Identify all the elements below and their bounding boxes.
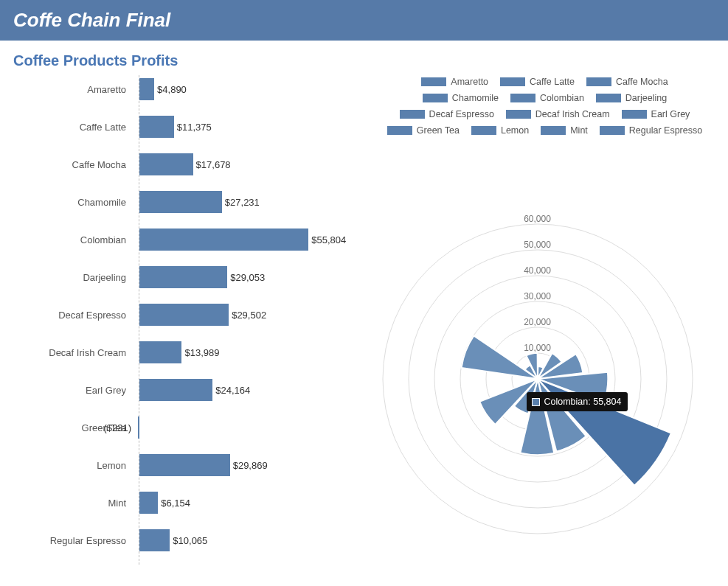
bar-rect[interactable] bbox=[139, 266, 227, 288]
legend-item[interactable]: Caffe Latte bbox=[500, 77, 575, 87]
polar-ring-label: 20,000 bbox=[524, 317, 551, 327]
bar-value-label: $24,164 bbox=[212, 385, 250, 396]
legend-swatch bbox=[586, 77, 611, 86]
polar-ring-label: 30,000 bbox=[524, 291, 551, 301]
bar-value-label: $6,154 bbox=[158, 498, 190, 509]
bar-value-label: $29,053 bbox=[227, 272, 265, 283]
legend-label: Green Tea bbox=[417, 125, 460, 136]
legend-swatch bbox=[423, 94, 448, 102]
legend-label: Decaf Espresso bbox=[429, 109, 494, 119]
legend-label: Amaretto bbox=[451, 77, 488, 87]
polar-ring-label: 60,000 bbox=[524, 214, 551, 224]
legend-swatch bbox=[506, 110, 531, 119]
polar-ring-label: 50,000 bbox=[524, 240, 551, 250]
bar-rect[interactable] bbox=[139, 78, 154, 100]
bar-value-label: $4,890 bbox=[154, 84, 187, 95]
bar-rect[interactable] bbox=[139, 379, 212, 401]
polar-ring-label: 10,000 bbox=[524, 343, 551, 353]
bar-rect[interactable] bbox=[138, 416, 139, 439]
legend-item[interactable]: Lemon bbox=[471, 125, 529, 136]
bar-row: Colombian$55,804 bbox=[139, 229, 346, 251]
legend-item[interactable]: Amaretto bbox=[421, 77, 488, 87]
bar-row: Caffe Mocha$17,678 bbox=[139, 153, 231, 175]
legend-item[interactable]: Green Tea bbox=[387, 125, 460, 136]
bar-value-label: $11,375 bbox=[174, 122, 212, 133]
bar-row: Mint$6,154 bbox=[139, 492, 190, 514]
bar-rect[interactable] bbox=[139, 529, 170, 551]
legend-swatch bbox=[510, 94, 535, 102]
legend-label: Mint bbox=[570, 125, 588, 136]
bar-value-label: ($231) bbox=[103, 422, 134, 433]
legend-item[interactable]: Darjeeling bbox=[596, 93, 667, 103]
legend-label: Regular Espresso bbox=[629, 125, 702, 136]
bar-row: Decaf Irish Cream$13,989 bbox=[139, 341, 219, 363]
bar-category-label: Regular Espresso bbox=[7, 535, 139, 546]
bar-category-label: Earl Grey bbox=[7, 385, 139, 396]
bar-category-label: Decaf Irish Cream bbox=[7, 347, 139, 358]
legend-item[interactable]: Regular Espresso bbox=[600, 125, 702, 136]
legend-item[interactable]: Chamomile bbox=[423, 93, 499, 103]
bar-value-label: $13,989 bbox=[181, 347, 219, 358]
page-title: Coffe Chain Final bbox=[13, 9, 170, 31]
legend-swatch bbox=[622, 110, 647, 119]
legend-swatch bbox=[541, 126, 566, 135]
bar-rect[interactable] bbox=[139, 304, 229, 326]
legend-swatch bbox=[596, 94, 621, 102]
legend-label: Caffe Mocha bbox=[616, 77, 668, 87]
tooltip-text: Colombian: 55,804 bbox=[544, 397, 622, 407]
bar-row: Chamomile$27,231 bbox=[139, 191, 260, 213]
legend-label: Darjeeling bbox=[625, 93, 667, 103]
bar-row: Earl Grey$24,164 bbox=[139, 379, 250, 401]
legend-swatch bbox=[421, 77, 446, 86]
bar-row: Amaretto$4,890 bbox=[139, 78, 187, 100]
bar-category-label: Darjeeling bbox=[7, 272, 139, 283]
legend-item[interactable]: Caffe Mocha bbox=[586, 77, 668, 87]
legend-item[interactable]: Earl Grey bbox=[622, 109, 690, 119]
bar-rect[interactable] bbox=[139, 492, 158, 514]
bar-rect[interactable] bbox=[139, 153, 193, 175]
bar-row: Lemon$29,869 bbox=[139, 454, 268, 476]
page-header: Coffe Chain Final bbox=[0, 0, 728, 41]
bar-rect[interactable] bbox=[139, 229, 308, 251]
bar-category-label: Colombian bbox=[7, 234, 139, 245]
legend-label: Chamomile bbox=[452, 93, 499, 103]
legend-label: Colombian bbox=[540, 93, 584, 103]
bar-category-label: Caffe Latte bbox=[7, 122, 139, 133]
legend-swatch bbox=[600, 126, 625, 135]
bar-category-label: Decaf Espresso bbox=[7, 310, 139, 321]
legend: AmarettoCaffe LatteCaffe MochaChamomileC… bbox=[361, 75, 728, 143]
bar-category-label: Chamomile bbox=[7, 197, 139, 208]
polar-chart: 10,00020,00030,00040,00050,00060,000 Col… bbox=[372, 158, 718, 571]
chart-subtitle: Coffee Products Profits bbox=[0, 41, 728, 75]
bar-row: Decaf Espresso$29,502 bbox=[139, 304, 266, 326]
bar-value-label: $10,065 bbox=[170, 535, 207, 546]
bar-value-label: $55,804 bbox=[308, 234, 346, 245]
legend-item[interactable]: Mint bbox=[541, 125, 588, 136]
legend-swatch bbox=[500, 77, 525, 86]
legend-swatch bbox=[471, 126, 496, 135]
bar-row: Regular Espresso$10,065 bbox=[139, 529, 207, 551]
bar-value-label: $17,678 bbox=[193, 159, 231, 170]
tooltip-swatch bbox=[532, 398, 540, 406]
bar-chart: Amaretto$4,890Caffe Latte$11,375Caffe Mo… bbox=[0, 75, 361, 571]
bar-value-label: $29,869 bbox=[230, 460, 268, 471]
bar-rect[interactable] bbox=[139, 191, 222, 213]
legend-label: Decaf Irish Cream bbox=[535, 109, 610, 119]
legend-item[interactable]: Decaf Irish Cream bbox=[506, 109, 610, 119]
tooltip: Colombian: 55,804 bbox=[527, 392, 628, 411]
legend-swatch bbox=[387, 126, 412, 135]
bar-row: Darjeeling$29,053 bbox=[139, 266, 265, 288]
bar-rect[interactable] bbox=[139, 454, 230, 476]
bar-category-label: Mint bbox=[7, 498, 139, 509]
bar-category-label: Amaretto bbox=[7, 84, 139, 95]
legend-label: Lemon bbox=[501, 125, 529, 136]
bar-value-label: $27,231 bbox=[222, 197, 260, 208]
bar-chart-plot: Amaretto$4,890Caffe Latte$11,375Caffe Mo… bbox=[139, 75, 361, 565]
bar-rect[interactable] bbox=[139, 341, 181, 363]
polar-ring-label: 40,000 bbox=[524, 265, 551, 276]
legend-item[interactable]: Colombian bbox=[510, 93, 584, 103]
content-area: Amaretto$4,890Caffe Latte$11,375Caffe Mo… bbox=[0, 75, 728, 571]
bar-category-label: Lemon bbox=[7, 460, 139, 471]
legend-item[interactable]: Decaf Espresso bbox=[400, 109, 494, 119]
bar-rect[interactable] bbox=[139, 116, 174, 138]
